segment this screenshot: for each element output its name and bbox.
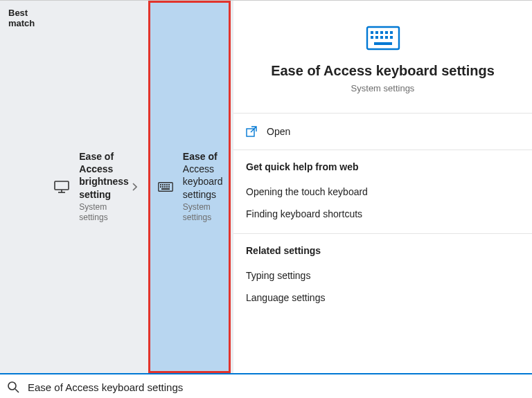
svg-line-55 bbox=[15, 389, 19, 392]
svg-rect-9 bbox=[160, 186, 161, 188]
preview-subtitle: System settings bbox=[351, 83, 415, 93]
svg-rect-14 bbox=[161, 188, 170, 190]
result-subtitle: System settings bbox=[183, 202, 223, 224]
svg-rect-12 bbox=[166, 186, 168, 188]
svg-rect-50 bbox=[385, 36, 388, 39]
svg-rect-47 bbox=[371, 36, 373, 39]
svg-rect-44 bbox=[380, 31, 383, 34]
preview-title: Ease of Access keyboard settings bbox=[271, 63, 495, 79]
svg-rect-7 bbox=[166, 184, 168, 186]
keyboard-icon bbox=[366, 26, 400, 51]
open-label: Open bbox=[267, 126, 290, 137]
svg-point-54 bbox=[8, 382, 16, 390]
svg-rect-6 bbox=[164, 184, 166, 186]
preview-hero: Ease of Access keyboard settings System … bbox=[250, 1, 515, 113]
svg-rect-0 bbox=[55, 181, 69, 190]
svg-rect-52 bbox=[374, 42, 392, 45]
search-bar[interactable] bbox=[0, 373, 532, 398]
open-action[interactable]: Open bbox=[233, 114, 532, 150]
result-brightness[interactable]: Ease of Access brightness setting System… bbox=[44, 1, 148, 373]
quick-help-link[interactable]: Opening the touch keyboard bbox=[233, 181, 532, 203]
keyboard-icon bbox=[157, 182, 175, 192]
search-results-window: Best match Ease of Access brightness set… bbox=[0, 1, 532, 373]
chevron-right-icon bbox=[129, 183, 140, 191]
related-link[interactable]: Typing settings bbox=[233, 264, 532, 287]
result-title: Ease of Access keyboard settings bbox=[183, 150, 223, 201]
svg-rect-51 bbox=[390, 36, 393, 39]
best-match-header: Best match bbox=[0, 1, 44, 373]
svg-rect-4 bbox=[160, 184, 161, 186]
svg-rect-49 bbox=[380, 36, 383, 39]
svg-rect-43 bbox=[375, 31, 378, 34]
result-title: Ease of Access brightness setting bbox=[79, 150, 129, 201]
left-panel: Best match Ease of Access brightness set… bbox=[0, 1, 233, 373]
svg-rect-45 bbox=[385, 31, 388, 34]
search-icon bbox=[7, 381, 19, 393]
svg-rect-13 bbox=[168, 186, 170, 188]
svg-rect-48 bbox=[375, 36, 378, 39]
preview-panel: Ease of Access keyboard settings System … bbox=[233, 1, 532, 373]
quick-help-header: Get quick help from web bbox=[233, 150, 532, 181]
result-keyboard-settings[interactable]: Ease of Access keyboard settings System … bbox=[148, 1, 231, 373]
open-external-icon bbox=[246, 126, 257, 137]
svg-rect-11 bbox=[164, 186, 166, 188]
result-subtitle: System settings bbox=[79, 202, 129, 224]
svg-rect-5 bbox=[162, 184, 163, 186]
search-input[interactable] bbox=[26, 381, 525, 394]
quick-help-link[interactable]: Finding keyboard shortcuts bbox=[233, 203, 532, 225]
monitor-icon bbox=[53, 181, 71, 193]
svg-rect-8 bbox=[168, 184, 170, 186]
svg-rect-10 bbox=[162, 186, 163, 188]
related-link[interactable]: Language settings bbox=[233, 287, 532, 309]
svg-rect-46 bbox=[390, 31, 393, 34]
related-settings-header: Related settings bbox=[233, 234, 532, 264]
svg-rect-42 bbox=[371, 31, 373, 34]
